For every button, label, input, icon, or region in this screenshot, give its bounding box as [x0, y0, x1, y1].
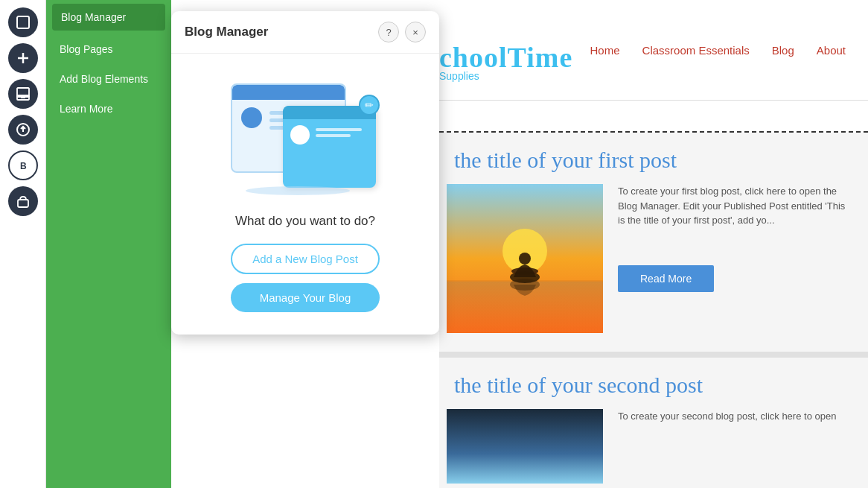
blog-post-2-body: To create your second blog post, click h…	[447, 409, 853, 484]
blog-post-2-title: the title of your second post	[454, 373, 853, 398]
sidebar-inbox-icon-btn[interactable]	[8, 79, 38, 109]
blog-post-1-body: To create your first blog post, click he…	[447, 184, 853, 333]
sidebar-item-blog-manager[interactable]: Blog Manager	[52, 4, 165, 31]
modal-header-icons: ? ×	[378, 22, 426, 42]
sidebar-item-learn-more[interactable]: Learn More	[46, 94, 171, 124]
illus-front-card-avatar	[290, 125, 310, 145]
modal-prompt: What do you want to do?	[235, 214, 375, 229]
blog-post-1: the title of your first post	[439, 133, 868, 348]
modal-close-button[interactable]: ×	[405, 22, 426, 42]
upload-icon	[16, 122, 31, 137]
modal-title: Blog Manager	[185, 25, 268, 39]
blog-post-1-title: the title of your first post	[454, 148, 853, 173]
illus-front-line-2	[316, 134, 351, 137]
modal-help-button[interactable]: ?	[378, 22, 399, 42]
inbox-icon	[16, 86, 31, 101]
sidebar-blog-icon-btn[interactable]: B	[8, 150, 38, 180]
illus-front-card	[283, 106, 376, 188]
website-logo: choolTime Supplies	[439, 41, 572, 82]
dashed-separator	[439, 110, 868, 133]
illus-front-line-1	[316, 128, 362, 131]
manage-your-blog-button[interactable]: Manage Your Blog	[231, 283, 380, 312]
svg-text:B: B	[20, 161, 27, 171]
illus-front-card-lines	[316, 128, 370, 140]
post-divider	[439, 352, 868, 358]
sidebar-item-add-blog-elements[interactable]: Add Blog Elements	[46, 64, 171, 94]
sidebar-upload-icon-btn[interactable]	[8, 115, 38, 145]
blog-post-2: the title of your second post To create …	[439, 358, 868, 488]
svg-rect-9	[17, 16, 29, 28]
illus-back-card-header	[232, 85, 345, 100]
svg-rect-8	[447, 409, 603, 484]
square-icon	[16, 15, 31, 30]
blog-post-2-text: To create your second blog post, click h…	[618, 409, 853, 424]
nav-link-classroom[interactable]: Classroom Essentials	[642, 44, 750, 57]
nav-link-home[interactable]: Home	[590, 44, 620, 57]
sidebar-square-icon-btn[interactable]	[8, 7, 38, 37]
blog-post-1-image	[447, 184, 603, 333]
read-more-button[interactable]: Read More	[618, 265, 714, 292]
bag-icon	[16, 194, 31, 209]
sidebar-plus-icon-btn[interactable]	[8, 43, 38, 73]
sidebar-item-blog-pages[interactable]: Blog Pages	[46, 34, 171, 64]
nav-link-blog[interactable]: Blog	[772, 44, 794, 57]
svg-point-6	[519, 253, 531, 264]
illus-back-card-avatar	[241, 107, 262, 128]
blog-content: the title of your first post	[439, 133, 868, 488]
nav-link-about[interactable]: About	[817, 44, 846, 57]
website-nav-links: Home Classroom Essentials Blog About	[590, 44, 846, 57]
sidebar-bag-icon-btn[interactable]	[8, 186, 38, 216]
modal-body: ✏ What do you want to do? Add a New Blog…	[171, 54, 439, 335]
illus-shadow	[246, 186, 350, 195]
add-new-blog-post-button[interactable]: Add a New Blog Post	[231, 244, 380, 274]
pencil-icon: ✏	[359, 95, 380, 115]
blog-post-2-image	[447, 409, 603, 484]
website-logo-title: choolTime	[439, 41, 572, 74]
modal-header: Blog Manager ? ×	[171, 11, 439, 54]
green-panel: Blog Manager Blog Pages Add Blog Element…	[46, 0, 171, 488]
plus-icon	[16, 51, 31, 66]
svg-rect-18	[18, 200, 28, 207]
blog-icon: B	[16, 158, 31, 173]
blog-post-1-text: To create your first blog post, click he…	[618, 184, 853, 228]
left-sidebar: B	[0, 0, 46, 488]
blog-manager-modal: Blog Manager ? ×	[171, 11, 439, 335]
blog-illustration: ✏	[223, 76, 387, 199]
